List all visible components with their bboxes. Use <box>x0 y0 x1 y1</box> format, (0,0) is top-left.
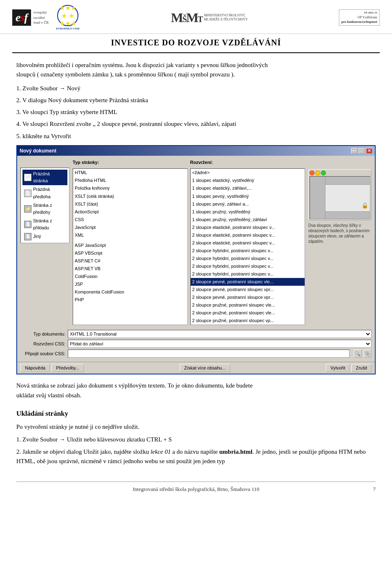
get-more-button[interactable]: Získat více obsahu... <box>180 364 230 372</box>
layout-2col-hybrid-3[interactable]: 2 sloupce hybridní, postranní sloupec v.… <box>191 262 305 270</box>
layout-1col-elastic[interactable]: 1 sloupec elastický, vystředěný <box>191 177 305 184</box>
msmt-logo: MŠMT MINISTERSTVO ŠKOLSTVÍ,MLÁDEŽE A TĚL… <box>171 10 248 25</box>
from-template-icon: 📁 <box>24 205 31 213</box>
preview-chrome: 🔒 <box>308 169 372 220</box>
help-button[interactable]: Nápověda <box>20 364 50 372</box>
css-layout-row: Rozvržení CSS: Přidat do záhlaví <box>20 340 372 348</box>
css-layout-select[interactable]: Přidat do záhlaví <box>68 340 372 348</box>
layout-2col-hybrid-1[interactable]: 2 sloupce hybridní, postranní sloupec v.… <box>191 247 305 255</box>
page-footer: Integrovaná střední škola polygrafická, … <box>16 482 376 496</box>
css-file-input[interactable] <box>68 350 350 358</box>
type-aspnet-vb[interactable]: ASP.NET VB <box>73 265 187 273</box>
preferences-button[interactable]: Předvolby... <box>51 364 84 372</box>
css-file-attach-icon[interactable]: 📎 <box>363 350 372 358</box>
page-types-panel: 📄 Prázdná stránka 📄 Prázdná předloha 📁 S… <box>20 168 69 243</box>
type-asp-vbs[interactable]: ASP VBScript <box>73 249 187 257</box>
type-javascript[interactable]: JavaScript <box>73 224 187 231</box>
layout-none[interactable]: <žádné> <box>191 169 305 177</box>
layout-1col-fixed-header[interactable]: 1 sloupec pevný, záhlaví a... <box>191 200 305 208</box>
preview-header <box>325 177 370 185</box>
type-php[interactable]: PHP <box>73 296 187 304</box>
preview-label <box>308 159 372 166</box>
type-html-template[interactable]: Předloha HTML <box>73 177 187 184</box>
left-item-blank-page[interactable]: 📄 Prázdná stránka <box>22 170 67 185</box>
dialog-title: Nový dokument <box>20 147 56 155</box>
left-item-other[interactable]: 📄 Jiný <box>22 232 67 241</box>
footer-text: Integrovaná střední škola polygrafická, … <box>133 486 259 492</box>
type-html[interactable]: HTML <box>73 169 187 177</box>
type-jsp[interactable]: JSP <box>73 280 187 288</box>
layout-1col-fluid-header[interactable]: 1 sloupec pružný, vystředěný, záhlaví <box>191 216 305 224</box>
layout-list[interactable]: <žádné> 1 sloupec elastický, vystředěný … <box>190 168 305 325</box>
layout-2col-fluid-left1[interactable]: 2 sloupce pružné, postranní sloupec vle.… <box>191 301 305 309</box>
type-actionscript[interactable]: ActionScript <box>73 208 187 216</box>
preview-description: Dva sloupce, všechny šířky v obrazových … <box>308 223 372 244</box>
main-content: libovolném prohlížeči i operačním systém… <box>0 53 392 477</box>
layout-2col-elastic-3[interactable]: 2 sloupce elastické, postranní sloupec v… <box>191 239 305 247</box>
esf-box: esf <box>12 9 31 26</box>
preview-chrome-buttons <box>310 170 370 175</box>
type-css[interactable]: CSS <box>73 216 187 224</box>
type-library[interactable]: Položka knihovny <box>73 184 187 192</box>
css-file-label: Připojit soubor CSS: <box>20 350 65 357</box>
maximize-button[interactable]: □ <box>359 148 365 154</box>
step-3: 3. Ve sloupci Typ stránky vyberte HTML <box>16 108 376 117</box>
preview-main <box>325 177 370 219</box>
left-item-from-example[interactable]: 📄 Stránka z příkladu <box>22 217 67 232</box>
dialog-titlebar-buttons: — □ ✕ <box>351 148 372 154</box>
msmt-text: MINISTERSTVO ŠKOLSTVÍ,MLÁDEŽE A TĚLOVÝCH… <box>204 13 247 22</box>
layout-1col-fixed[interactable]: 1 sloupec pevný, vystředěný <box>191 193 305 200</box>
type-list[interactable]: HTML Předloha HTML Položka knihovny XSLT… <box>73 168 188 325</box>
layout-1col-fluid[interactable]: 1 sloupec pružný, vystředěný <box>191 208 305 216</box>
type-aspnet-cs[interactable]: ASP.NET C# <box>73 257 187 265</box>
steps-list: 1. Zvolte Soubor → Nový 2. V dialogu Nov… <box>16 84 376 141</box>
css-layout-label: Rozvržení CSS: <box>20 341 65 347</box>
page-number: 7 <box>373 486 376 493</box>
layout-2col-hybrid-4[interactable]: 2 sloupce hybridní, postranní sloupec v.… <box>191 270 305 278</box>
type-coldfusion[interactable]: ColdFusion <box>73 273 187 280</box>
css-file-browse-icon[interactable]: 🔍 <box>354 350 362 358</box>
eu-stars: ★★★★ ★★★★ <box>59 4 76 27</box>
lock-icon: 🔒 <box>361 201 368 210</box>
close-button[interactable]: ✕ <box>366 148 372 154</box>
preview-sidebar <box>310 177 325 219</box>
section-step-2: 2. Jakmile se objeví dialog Uložit jako,… <box>16 447 376 466</box>
layout-2col-hybrid-2[interactable]: 2 sloupce hybridní, postranní sloupec v.… <box>191 255 305 262</box>
type-xslt-part[interactable]: XSLT (část) <box>73 200 187 208</box>
layout-2col-fixed-right[interactable]: 2 sloupce pevné, postranní sloupec vpr..… <box>191 286 305 294</box>
layout-column: Rozvržení: <žádné> 1 sloupec elastický, … <box>190 159 305 325</box>
layout-2col-elastic-2[interactable]: 2 sloupce elastické, postranní sloupec v… <box>191 231 305 239</box>
doc-type-select[interactable]: XHTML 1.0 Transitional <box>68 330 372 338</box>
bold-umbria: umbria.html <box>219 448 252 455</box>
type-xml[interactable]: XML <box>73 231 187 239</box>
layout-2col-fixed-left[interactable]: 2 sloupce pevné, postranní sloupec vle..… <box>191 278 305 286</box>
left-item-blank-template[interactable]: 📄 Prázdná předloha <box>22 185 67 201</box>
section-steps: 1. Zvolte Soubor → Uložit nebo klávesovo… <box>16 435 376 466</box>
cancel-button[interactable]: Zrušit <box>351 364 372 372</box>
page-header: esf evropskýsociálnífond v ČR ★★★★ ★★★★ … <box>0 0 392 34</box>
post-dialog-text: Nová stránka se zobrazí jako dokument s … <box>16 381 376 400</box>
layout-2col-fixed-both[interactable]: 2 sloupce pevné, postranní sloupce vpr..… <box>191 294 305 301</box>
op-text: OP Vzdělávánípro konkurenceschopnost <box>341 15 377 24</box>
minimize-button[interactable]: — <box>351 148 358 154</box>
create-button[interactable]: Vytvořit <box>326 364 350 372</box>
from-example-icon: 📄 <box>24 221 31 228</box>
dialog-bottom-buttons: Nápověda Předvolby... Získat více obsahu… <box>17 362 375 374</box>
layout-1col-elastic-header[interactable]: 1 sloupec elastický, záhlaví,... <box>191 184 305 192</box>
left-item-from-template[interactable]: 📁 Stránka z předlohy <box>22 201 67 217</box>
type-cf-component[interactable]: Komponenta ColdFusion <box>73 288 187 296</box>
eu-label: EVROPSKÁ UNIE <box>56 27 80 30</box>
logos-left: esf evropskýsociálnífond v ČR ★★★★ ★★★★ … <box>12 5 80 30</box>
investice-banner: INVESTICE DO ROZVOJE VZDĚLÁVÁNÍ <box>0 34 392 52</box>
eu-logo-group: ★★★★ ★★★★ EVROPSKÁ UNIE <box>56 5 80 30</box>
doc-type-row: Typ dokumentu: XHTML 1.0 Transitional <box>20 330 372 338</box>
left-panel-spacer <box>20 159 69 166</box>
layout-2col-elastic-1[interactable]: 2 sloupce elastické, postranní sloupec v… <box>191 224 305 231</box>
layout-2col-fluid-left2[interactable]: 2 sloupce pružné, postranní sloupec vle.… <box>191 309 305 317</box>
layout-2col-fluid-right[interactable]: 2 sloupce pružné, postranní sloupec vp..… <box>191 317 305 325</box>
intro-paragraph: libovolném prohlížeči i operačním systém… <box>16 60 376 80</box>
type-asp-js[interactable]: ASP JavaScript <box>73 242 187 249</box>
type-xslt-full[interactable]: XSLT (celá stránka) <box>73 193 187 200</box>
preview-box: 🔒 <box>310 176 370 219</box>
left-buttons: Nápověda Předvolby... <box>20 364 84 372</box>
